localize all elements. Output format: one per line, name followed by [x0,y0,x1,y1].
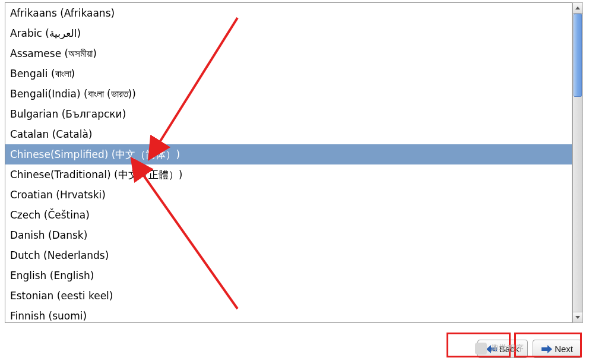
chevron-up-icon [575,7,580,10]
language-item[interactable]: Bengali(India) (বাংলা (ভারত)) [5,84,572,104]
back-button[interactable]: Back [477,340,528,358]
arrow-left-icon [486,345,497,353]
language-list[interactable]: Afrikaans (Afrikaans)Arabic (العربية)Ass… [5,3,572,322]
language-item[interactable]: Croatian (Hrvatski) [5,185,572,205]
language-item[interactable]: Catalan (Català) [5,124,572,144]
language-item[interactable]: Finnish (suomi) [5,306,572,322]
language-item[interactable]: Bulgarian (Български) [5,104,572,124]
next-button-label: Next [555,344,573,354]
language-item[interactable]: English (English) [5,265,572,286]
vertical-scrollbar[interactable] [572,2,583,323]
language-item[interactable]: Afrikaans (Afrikaans) [5,3,572,23]
language-item[interactable]: Arabic (العربية) [5,23,572,43]
scroll-track[interactable] [573,14,582,312]
scroll-thumb[interactable] [574,14,582,97]
language-item[interactable]: Estonian (eesti keel) [5,286,572,306]
language-item[interactable]: Dutch (Nederlands) [5,245,572,265]
language-list-box: Afrikaans (Afrikaans)Arabic (العربية)Ass… [5,2,572,323]
language-selection-panel: Afrikaans (Afrikaans)Arabic (العربية)Ass… [5,2,583,323]
scroll-up-button[interactable] [573,3,582,14]
language-item[interactable]: Chinese(Simplified) (中文（简体）) [5,144,572,164]
language-item[interactable]: Bengali (বাংলা) [5,64,572,84]
scroll-down-button[interactable] [573,312,582,322]
language-item[interactable]: Chinese(Traditional) (中文（正體）) [5,164,572,185]
language-item[interactable]: Danish (Dansk) [5,225,572,245]
arrow-right-icon [542,345,552,353]
language-item[interactable]: Assamese (অসমীয়া) [5,43,572,64]
navigation-button-bar: Back Next [477,340,582,358]
language-item[interactable]: Czech (Čeština) [5,205,572,225]
next-button[interactable]: Next [533,340,582,358]
back-button-label: Back [499,344,519,354]
chevron-down-icon [575,316,580,319]
